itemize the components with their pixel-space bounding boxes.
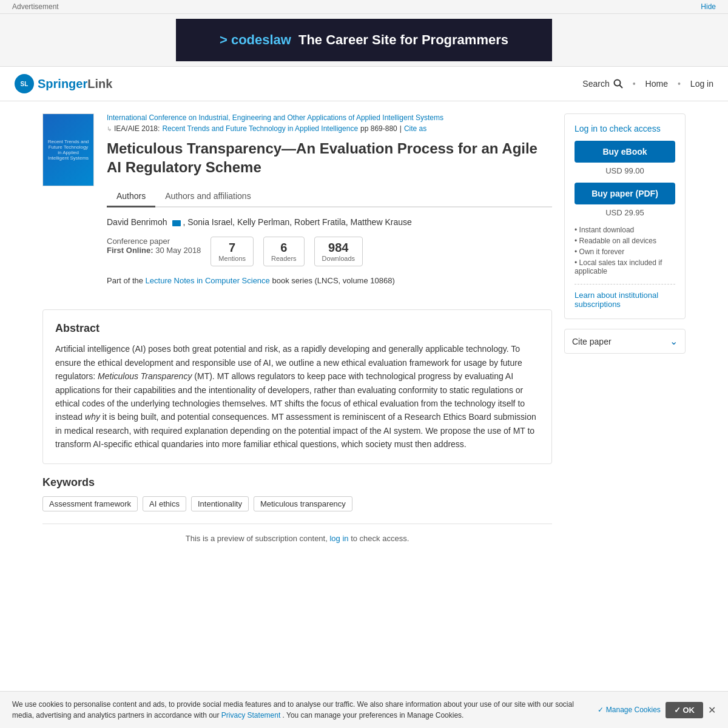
paper-price: USD 29.95: [575, 208, 675, 217]
first-online: First Online: 30 May 2018: [107, 246, 201, 255]
logo-spring: Springer: [38, 77, 87, 90]
hide-ad-link[interactable]: Hide: [701, 2, 716, 11]
content-area: Recent Trends and Future Technology in A…: [42, 113, 552, 553]
search-label: Search: [582, 79, 609, 89]
preview-text2: to check access.: [351, 534, 409, 543]
logo-icon: SL: [15, 74, 34, 93]
series-suffix: book series (LNCS, volume 10868): [272, 276, 394, 285]
keyword-item: Intentionality: [191, 496, 249, 511]
keywords-title: Keywords: [42, 476, 552, 489]
first-online-label: First Online:: [107, 246, 153, 255]
ad-label: Advertisement: [12, 2, 59, 11]
tab-authors-affiliations[interactable]: Authors and affiliations: [155, 186, 260, 207]
readers-label: Readers: [271, 255, 297, 262]
logo-link: Link: [87, 77, 112, 90]
mentions-label: Mentions: [218, 255, 246, 262]
abstract-part3: it is being built, and potential consequ…: [55, 412, 536, 449]
institutional-link[interactable]: Learn about institutional subscriptions: [575, 284, 675, 309]
ad-tagline: The Career Site for Programmers: [298, 32, 508, 48]
breadcrumb: International Conference on Industrial, …: [107, 113, 552, 133]
header-nav: Search • Home • Log in: [582, 79, 713, 89]
book-cover-image: Recent Trends and Future Technology in A…: [42, 113, 94, 186]
paper-meta: Conference paper First Online: 30 May 20…: [107, 237, 201, 255]
benefit-item: Instant download: [575, 224, 675, 235]
downloads-count: 984: [328, 241, 348, 255]
abstract-text: Artificial intelligence (AI) poses both …: [55, 342, 539, 451]
ad-bar: Advertisement Hide: [0, 0, 728, 14]
author-primary: David Benrimoh: [107, 217, 167, 227]
downloads-label: Downloads: [322, 255, 355, 262]
cite-label: Cite paper: [572, 337, 612, 346]
series-prefix: Part of the: [107, 276, 143, 285]
breadcrumb-arrow: ↳: [107, 126, 112, 132]
breadcrumb-pages: pp 869-880: [360, 124, 397, 133]
first-online-date: 30 May 2018: [155, 246, 201, 255]
breadcrumb-book[interactable]: Recent Trends and Future Technology in A…: [162, 124, 358, 133]
benefit-item: Own it forever: [575, 246, 675, 257]
preview-login-link[interactable]: log in: [329, 534, 348, 543]
series-link[interactable]: Lecture Notes in Computer Science: [146, 276, 270, 285]
breadcrumb-sub: ↳ IEA/AIE 2018: Recent Trends and Future…: [107, 124, 552, 133]
keyword-item: AI ethics: [143, 496, 186, 511]
chevron-down-icon: ⌄: [670, 335, 678, 347]
benefits-list: Instant downloadReadable on all devicesO…: [575, 224, 675, 277]
keywords-section: Keywords Assessment frameworkAI ethicsIn…: [42, 476, 552, 511]
keywords-list: Assessment frameworkAI ethicsIntentional…: [42, 496, 552, 511]
login-link[interactable]: Log in: [690, 79, 713, 89]
paper-header: Recent Trends and Future Technology in A…: [42, 113, 552, 297]
right-sidebar: Log in to check access Buy eBook USD 99.…: [564, 113, 686, 553]
readers-count: 6: [280, 241, 287, 255]
tabs: Authors Authors and affiliations: [107, 186, 552, 207]
nav-separator2: •: [678, 79, 681, 89]
metric-mentions: 7 Mentions: [211, 237, 254, 266]
site-header: SL SpringerLink Search • Home • Log in: [0, 67, 728, 101]
breadcrumb-conference[interactable]: International Conference on Industrial, …: [107, 113, 443, 122]
abstract-box: Abstract Artificial intelligence (AI) po…: [42, 309, 552, 463]
preview-notice: This is a preview of subscription conten…: [42, 524, 552, 553]
metric-readers: 6 Readers: [263, 237, 305, 266]
search-icon: [613, 79, 623, 89]
authors-rest: , Sonia Israel, Kelly Perlman, Robert Fr…: [183, 217, 411, 227]
main-container: Recent Trends and Future Technology in A…: [30, 101, 698, 565]
ad-brand: > codeslaw: [220, 32, 291, 48]
book-series: Part of the Lecture Notes in Computer Sc…: [107, 276, 552, 285]
cite-paper-button[interactable]: Cite paper ⌄: [564, 329, 686, 354]
breadcrumb-year: IEA/AIE 2018:: [114, 124, 160, 133]
breadcrumb-sep: |: [400, 124, 402, 133]
author-email-icon: [172, 220, 181, 226]
access-box: Log in to check access Buy eBook USD 99.…: [564, 113, 686, 319]
keyword-item: Meticulous transparency: [254, 496, 352, 511]
nav-separator: •: [633, 79, 636, 89]
abstract-italic2: why: [85, 412, 100, 422]
paper-title: Meticulous Transparency—An Evaluation Pr…: [107, 139, 552, 177]
search-button[interactable]: Search: [582, 79, 622, 89]
logo-text: SpringerLink: [38, 77, 112, 91]
benefit-item: Readable on all devices: [575, 235, 675, 246]
book-cover: Recent Trends and Future Technology in A…: [42, 113, 97, 297]
tab-authors[interactable]: Authors: [107, 186, 155, 207]
authors-list: David Benrimoh , Sonia Israel, Kelly Per…: [107, 217, 552, 227]
cite-as-link[interactable]: Cite as: [404, 124, 426, 133]
ad-banner: > codeslaw The Career Site for Programme…: [176, 19, 552, 61]
metrics-row: Conference paper First Online: 30 May 20…: [107, 237, 552, 266]
svg-line-1: [619, 86, 622, 89]
preview-text: This is a preview of subscription conten…: [186, 534, 328, 543]
abstract-italic1: Meticulous Transparency: [98, 371, 192, 381]
keyword-item: Assessment framework: [42, 496, 138, 511]
paper-info: International Conference on Industrial, …: [107, 113, 552, 297]
mentions-count: 7: [229, 241, 235, 255]
site-logo[interactable]: SL SpringerLink: [15, 74, 112, 93]
paper-type: Conference paper: [107, 237, 201, 246]
home-link[interactable]: Home: [645, 79, 668, 89]
abstract-title: Abstract: [55, 322, 539, 335]
sidebar-login-link[interactable]: Log in to check access: [575, 124, 675, 133]
ebook-price: USD 99.00: [575, 166, 675, 175]
buy-ebook-button[interactable]: Buy eBook: [575, 141, 675, 163]
metric-downloads: 984 Downloads: [314, 237, 363, 266]
buy-paper-button[interactable]: Buy paper (PDF): [575, 183, 675, 204]
svg-point-0: [614, 80, 620, 86]
benefit-item: Local sales tax included if applicable: [575, 257, 675, 277]
ad-container: > codeslaw The Career Site for Programme…: [0, 14, 728, 67]
